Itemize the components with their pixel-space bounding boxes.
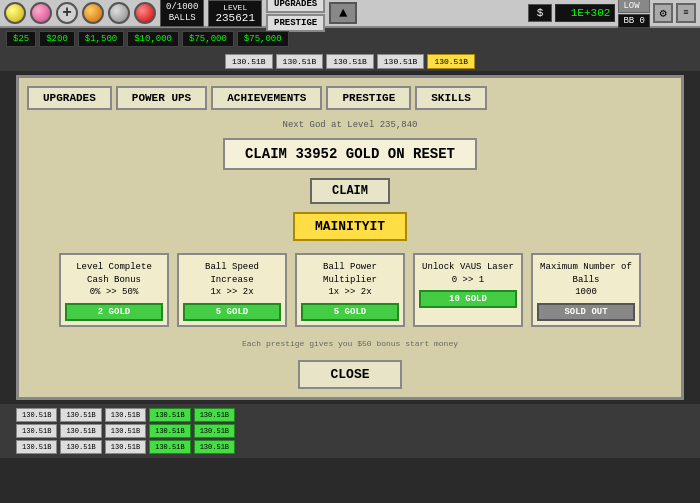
tab-skills[interactable]: SKILLS xyxy=(415,86,487,110)
cost-bar: $25 $200 $1,500 $10,000 $75,000 $75,000 xyxy=(0,28,700,50)
bottom-tab-1-2[interactable]: 130.51B xyxy=(105,424,146,438)
tab-powerups[interactable]: POWER UPS xyxy=(116,86,207,110)
bottom-tab-2-0[interactable]: 130.51B xyxy=(16,440,57,454)
upgrade-card-0-text: Level Complete Cash Bonus0% >> 50% xyxy=(65,261,163,299)
mainityit-button[interactable]: MAINITYIT xyxy=(293,212,407,241)
upgrade-card-0: Level Complete Cash Bonus0% >> 50% 2 GOL… xyxy=(59,253,169,327)
cost-75000a[interactable]: $75,000 xyxy=(182,31,234,47)
upgrade-card-2-btn[interactable]: 5 GOLD xyxy=(301,303,399,321)
bb-box: BB 0 xyxy=(618,14,650,28)
bottom-tab-0-1[interactable]: 130.51B xyxy=(60,408,101,422)
low-badge: LOW xyxy=(618,0,650,13)
tab-prestige[interactable]: PRESTIGE xyxy=(326,86,411,110)
cost-25[interactable]: $25 xyxy=(6,31,36,47)
next-god-label: Next God at Level 235,840 xyxy=(282,120,417,130)
top-tab-1[interactable]: 130.51B xyxy=(276,54,324,69)
bottom-tab-1-0[interactable]: 130.51B xyxy=(16,424,57,438)
claim-text: CLAIM 33952 GOLD ON RESET xyxy=(223,138,477,170)
bottom-area: 130.51B 130.51B 130.51B 130.51B 130.51B … xyxy=(0,404,700,458)
top-tab-3[interactable]: 130.51B xyxy=(377,54,425,69)
top-tab-bar: 130.51B 130.51B 130.51B 130.51B 130.51B xyxy=(0,50,700,71)
main-panel: UPGRADES POWER UPS ACHIEVEMENTS PRESTIGE… xyxy=(16,75,684,400)
upgrade-card-1-btn[interactable]: 5 GOLD xyxy=(183,303,281,321)
ball-yellow[interactable] xyxy=(4,2,26,24)
cost-75000b[interactable]: $75,000 xyxy=(237,31,289,47)
cost-1500[interactable]: $1,500 xyxy=(78,31,124,47)
cost-200[interactable]: $200 xyxy=(39,31,75,47)
prestige-btn[interactable]: PRESTIGE xyxy=(266,14,325,32)
top-tab-2[interactable]: 130.51B xyxy=(326,54,374,69)
upgrade-card-4-soldout: SOLD OUT xyxy=(537,303,635,321)
ball-add[interactable]: + xyxy=(56,2,78,24)
prestige-note: Each prestige gives you $50 bonus start … xyxy=(242,339,458,348)
upgrade-card-1: Ball Speed Increase1x >> 2x 5 GOLD xyxy=(177,253,287,327)
upgrade-card-3-text: Unlock VAUS Laser0 >> 1 xyxy=(422,261,514,286)
tab-upgrades[interactable]: UPGRADES xyxy=(27,86,112,110)
upgrade-cards: Level Complete Cash Bonus0% >> 50% 2 GOL… xyxy=(59,253,641,327)
claim-button[interactable]: CLAIM xyxy=(310,178,390,204)
tab-achievements[interactable]: ACHIEVEMENTS xyxy=(211,86,322,110)
ball-orange[interactable] xyxy=(82,2,104,24)
nav-tabs: UPGRADES POWER UPS ACHIEVEMENTS PRESTIGE… xyxy=(27,86,673,110)
bottom-tab-0-3[interactable]: 130.51B xyxy=(149,408,190,422)
top-tab-4[interactable]: 130.51B xyxy=(427,54,475,69)
bottom-tab-0-0[interactable]: 130.51B xyxy=(16,408,57,422)
gear-btn[interactable]: ⚙ xyxy=(653,3,673,23)
upgrade-card-0-btn[interactable]: 2 GOLD xyxy=(65,303,163,321)
upgrade-card-3: Unlock VAUS Laser0 >> 1 10 GOLD xyxy=(413,253,523,327)
prestige-content: Next God at Level 235,840 CLAIM 33952 GO… xyxy=(27,120,673,389)
close-button[interactable]: CLOSE xyxy=(298,360,401,389)
bottom-tab-1-1[interactable]: 130.51B xyxy=(60,424,101,438)
bottom-tab-2-3[interactable]: 130.51B xyxy=(149,440,190,454)
bottom-tab-0-2[interactable]: 130.51B xyxy=(105,408,146,422)
ball-red[interactable] xyxy=(134,2,156,24)
upgrade-card-3-btn[interactable]: 10 GOLD xyxy=(419,290,517,308)
ball-gray[interactable] xyxy=(108,2,130,24)
upgrade-card-4: Maximum Number of Balls1000 SOLD OUT xyxy=(531,253,641,327)
bottom-row-1: 130.51B 130.51B 130.51B 130.51B 130.51B xyxy=(16,424,684,438)
arrow-btn[interactable]: ▲ xyxy=(329,2,357,24)
ball-pink[interactable] xyxy=(30,2,52,24)
balls-counter: 0/1000 BALLS xyxy=(160,0,204,27)
upgrade-card-1-text: Ball Speed Increase1x >> 2x xyxy=(183,261,281,299)
bottom-tab-2-1[interactable]: 130.51B xyxy=(60,440,101,454)
money-display: 1E+302 xyxy=(555,4,615,22)
settings-btn[interactable]: ≡ xyxy=(676,3,696,23)
bottom-tab-2-4[interactable]: 130.51B xyxy=(194,440,235,454)
bottom-row-0: 130.51B 130.51B 130.51B 130.51B 130.51B xyxy=(16,408,684,422)
bottom-row-2: 130.51B 130.51B 130.51B 130.51B 130.51B xyxy=(16,440,684,454)
upgrade-card-4-text: Maximum Number of Balls1000 xyxy=(537,261,635,299)
top-bar: + 0/1000 BALLS LEVEL 235621 UPGRADES PRE… xyxy=(0,0,700,28)
dollar-sign: $ xyxy=(528,4,553,22)
bottom-tab-1-3[interactable]: 130.51B xyxy=(149,424,190,438)
top-tab-0[interactable]: 130.51B xyxy=(225,54,273,69)
upgrade-card-2: Ball Power Multiplier1x >> 2x 5 GOLD xyxy=(295,253,405,327)
bottom-tab-1-4[interactable]: 130.51B xyxy=(194,424,235,438)
upgrade-card-2-text: Ball Power Multiplier1x >> 2x xyxy=(301,261,399,299)
bottom-tab-0-4[interactable]: 130.51B xyxy=(194,408,235,422)
level-box: LEVEL 235621 xyxy=(208,0,262,27)
upgrades-btn[interactable]: UPGRADES xyxy=(266,0,325,13)
bottom-tab-2-2[interactable]: 130.51B xyxy=(105,440,146,454)
cost-10000[interactable]: $10,000 xyxy=(127,31,179,47)
